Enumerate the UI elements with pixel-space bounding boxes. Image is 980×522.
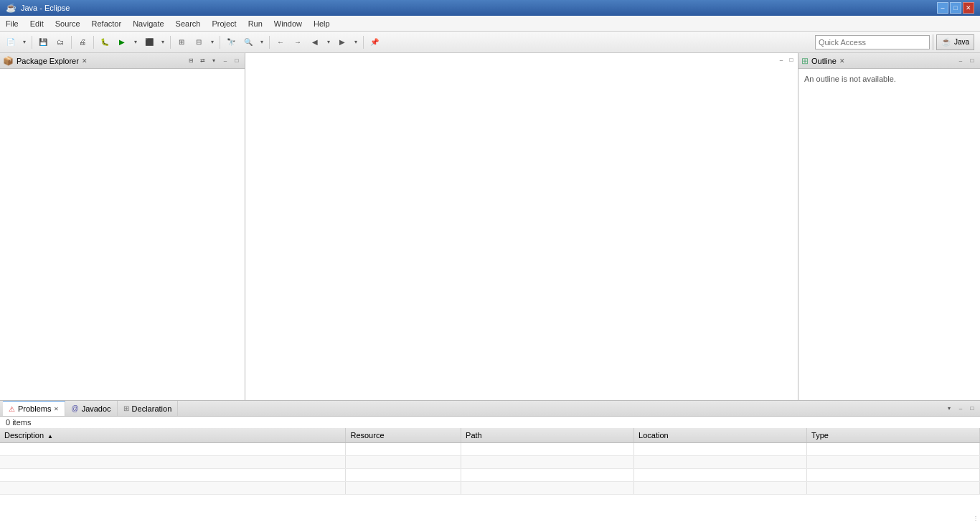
- search-button[interactable]: 🔍: [240, 34, 256, 50]
- save-button[interactable]: 💾: [35, 34, 51, 50]
- toolbar-separator-1: [32, 36, 32, 49]
- tab-problems[interactable]: ⚠ Problems ✕: [3, 401, 65, 416]
- pin-button[interactable]: 📌: [367, 34, 382, 50]
- toolbar-separator-7: [363, 36, 364, 49]
- stop-dropdown[interactable]: ▾: [159, 34, 167, 50]
- forward-button[interactable]: ▶: [334, 34, 350, 50]
- problems-panel: ⚠ Problems ✕ @ Javadoc ⊞ Declaration ▾ –: [0, 401, 980, 522]
- tab-controls: ▾ – □: [944, 404, 977, 414]
- col-description-label: Description: [4, 431, 44, 440]
- menu-window[interactable]: Window: [268, 16, 308, 31]
- menu-project[interactable]: Project: [206, 16, 242, 31]
- search-dropdown[interactable]: ▾: [258, 34, 266, 50]
- bottom-maximize-button[interactable]: □: [967, 404, 977, 414]
- main-layout: 📦 Package Explorer ✕ ⊟ ⇄ ▾ – □ – □: [0, 53, 980, 522]
- run-button[interactable]: ▶: [114, 34, 130, 50]
- tab-javadoc[interactable]: @ Javadoc: [65, 401, 117, 416]
- window-title: Java - Eclipse: [21, 4, 70, 12]
- col-path[interactable]: Path: [461, 428, 634, 442]
- outline-header: ⊞ Outline ✕ – □: [798, 53, 980, 69]
- outline-title: ⊞ Outline ✕: [801, 56, 953, 66]
- package-explorer-header: 📦 Package Explorer ✕ ⊟ ⇄ ▾ – □: [0, 53, 245, 69]
- menu-edit[interactable]: Edit: [24, 16, 50, 31]
- new-dropdown[interactable]: ▾: [20, 34, 29, 50]
- panel-maximize-button[interactable]: □: [232, 56, 242, 66]
- toolbar-separator-5: [220, 36, 220, 49]
- quick-access-area: ☕ Java: [384, 34, 977, 50]
- col-description[interactable]: Description ▲: [0, 428, 346, 442]
- tab-problems-close[interactable]: ✕: [54, 406, 59, 412]
- back-dropdown[interactable]: ▾: [324, 34, 333, 50]
- menu-source[interactable]: Source: [50, 16, 86, 31]
- toolbar-separator-6: [269, 36, 270, 49]
- title-bar: ☕ Java - Eclipse – □ ✕: [0, 0, 980, 16]
- editor-area[interactable]: – □: [245, 53, 798, 400]
- resize-handle[interactable]: ⋮: [971, 513, 980, 522]
- problems-table: Description ▲ Resource Path Location: [0, 428, 980, 522]
- table-row: [0, 442, 980, 455]
- run-dropdown[interactable]: ▾: [131, 34, 140, 50]
- new-button[interactable]: 📄: [3, 34, 19, 50]
- prev-edit-button[interactable]: ←: [273, 34, 288, 50]
- items-count: 0 items: [0, 417, 980, 428]
- perspective-label: Java: [954, 38, 969, 46]
- col-type[interactable]: Type: [807, 428, 980, 442]
- outline-icon: ⊞: [801, 56, 809, 66]
- debug-button[interactable]: 🐛: [97, 34, 113, 50]
- tab-declaration-label: Declaration: [132, 404, 172, 413]
- menu-navigate[interactable]: Navigate: [127, 16, 169, 31]
- save-all-button[interactable]: 🗂: [52, 34, 68, 50]
- menu-run[interactable]: Run: [242, 16, 268, 31]
- table-row: [0, 455, 980, 468]
- open-perspective-button[interactable]: 🔭: [223, 34, 239, 50]
- bottom-minimize-button[interactable]: –: [956, 404, 966, 414]
- perspective-button[interactable]: ☕ Java: [936, 34, 974, 50]
- menu-file[interactable]: File: [0, 16, 24, 31]
- col-resource-label: Resource: [350, 431, 384, 440]
- back-button[interactable]: ◀: [307, 34, 323, 50]
- open-dropdown[interactable]: ▾: [208, 34, 217, 50]
- window-controls: – □ ✕: [937, 2, 974, 14]
- outline-close[interactable]: ✕: [839, 57, 845, 65]
- toolbar-separator-4: [170, 36, 171, 49]
- menu-search[interactable]: Search: [170, 16, 207, 31]
- outline-label: Outline: [811, 57, 837, 65]
- col-resource[interactable]: Resource: [346, 428, 461, 442]
- package-explorer-icon: 📦: [3, 56, 14, 66]
- quick-access-input[interactable]: [815, 35, 930, 49]
- java-perspective-icon: ☕: [941, 37, 951, 47]
- menu-help[interactable]: Help: [308, 16, 336, 31]
- package-explorer-close[interactable]: ✕: [82, 57, 88, 65]
- view-menu-button[interactable]: ▾: [209, 56, 219, 66]
- outline-panel: ⊞ Outline ✕ – □ An outline is not availa…: [798, 53, 980, 400]
- tab-declaration[interactable]: ⊞ Declaration: [118, 401, 179, 416]
- collapse-all-button[interactable]: ⊟: [186, 56, 196, 66]
- outline-maximize-button[interactable]: □: [967, 56, 977, 66]
- panel-minimize-button[interactable]: –: [220, 56, 230, 66]
- editor-minimize-button[interactable]: –: [776, 54, 786, 65]
- bottom-view-menu-button[interactable]: ▾: [944, 404, 954, 414]
- minimize-button[interactable]: –: [937, 2, 948, 14]
- close-button[interactable]: ✕: [963, 2, 974, 14]
- open-type-button[interactable]: ⊞: [174, 34, 189, 50]
- tab-javadoc-label: Javadoc: [82, 404, 111, 413]
- outline-content: An outline is not available.: [798, 69, 980, 400]
- col-path-label: Path: [466, 431, 482, 440]
- stop-button[interactable]: ⬛: [141, 34, 157, 50]
- lower-area: ⚠ Problems ✕ @ Javadoc ⊞ Declaration ▾ –: [0, 400, 980, 522]
- menu-bar: File Edit Source Refactor Navigate Searc…: [0, 16, 980, 32]
- print-button[interactable]: 🖨: [75, 34, 90, 50]
- forward-dropdown[interactable]: ▾: [352, 34, 360, 50]
- menu-refactor[interactable]: Refactor: [86, 16, 128, 31]
- editor-maximize-button[interactable]: □: [786, 54, 796, 65]
- next-edit-button[interactable]: →: [290, 34, 306, 50]
- problems-icon: ⚠: [9, 405, 15, 413]
- col-location[interactable]: Location: [634, 428, 807, 442]
- outline-minimize-button[interactable]: –: [956, 56, 966, 66]
- javadoc-icon: @: [71, 404, 78, 412]
- maximize-button[interactable]: □: [950, 2, 961, 14]
- open-resource-button[interactable]: ⊟: [191, 34, 207, 50]
- package-explorer-label: Package Explorer: [17, 57, 79, 65]
- outline-message: An outline is not available.: [798, 69, 980, 89]
- link-with-editor-button[interactable]: ⇄: [197, 56, 207, 66]
